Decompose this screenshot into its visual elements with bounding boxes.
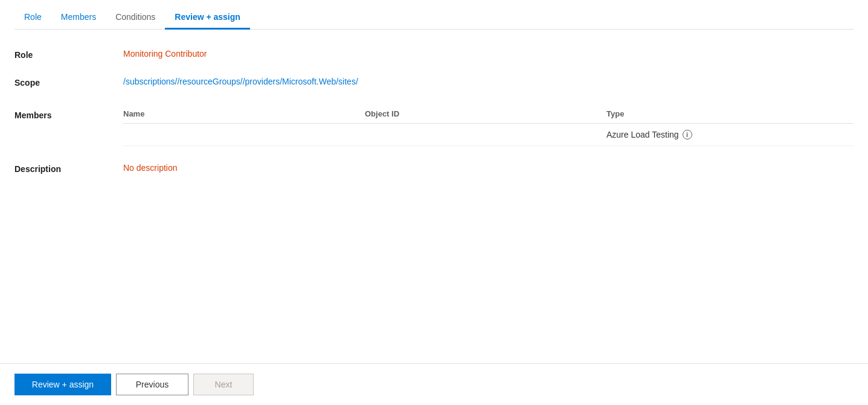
row-type: Azure Load Testing i — [606, 130, 854, 139]
description-value: No description — [123, 163, 854, 173]
col-objectid: Object ID — [365, 109, 606, 118]
col-name: Name — [123, 109, 365, 118]
tab-role[interactable]: Role — [14, 6, 51, 30]
members-section: Members Name Object ID Type Azure Load T… — [14, 104, 854, 146]
members-label: Members — [14, 104, 123, 120]
scope-resource-groups: /resourceGroups/ — [177, 77, 242, 86]
members-content: Name Object ID Type Azure Load Testing i — [123, 104, 854, 146]
col-type: Type — [606, 109, 854, 118]
tab-members[interactable]: Members — [51, 6, 106, 30]
scope-label: Scope — [14, 77, 123, 88]
tab-review-assign[interactable]: Review + assign — [165, 6, 250, 30]
tabs-nav: Role Members Conditions Review + assign — [14, 0, 854, 30]
tab-conditions[interactable]: Conditions — [106, 6, 165, 30]
scope-subscriptions: /subscriptions/ — [123, 77, 177, 86]
next-button: Next — [193, 374, 254, 395]
role-value: Monitoring Contributor — [123, 49, 854, 59]
description-label: Description — [14, 163, 123, 174]
scope-values: /subscriptions/ /resourceGroups/ /provid… — [123, 77, 854, 86]
previous-button[interactable]: Previous — [116, 374, 188, 395]
members-table-header: Name Object ID Type — [123, 104, 854, 124]
review-assign-button[interactable]: Review + assign — [14, 374, 111, 395]
info-icon[interactable]: i — [683, 130, 692, 139]
table-row: Azure Load Testing i — [123, 124, 854, 146]
description-section: Description No description — [14, 163, 854, 174]
role-section: Role Monitoring Contributor — [14, 49, 854, 60]
scope-providers: /providers/Microsoft.Web/sites/ — [243, 77, 358, 86]
footer: Review + assign Previous Next — [0, 363, 868, 405]
row-type-value: Azure Load Testing — [606, 130, 679, 139]
role-label: Role — [14, 49, 123, 60]
scope-section: Scope /subscriptions/ /resourceGroups/ /… — [14, 77, 854, 88]
